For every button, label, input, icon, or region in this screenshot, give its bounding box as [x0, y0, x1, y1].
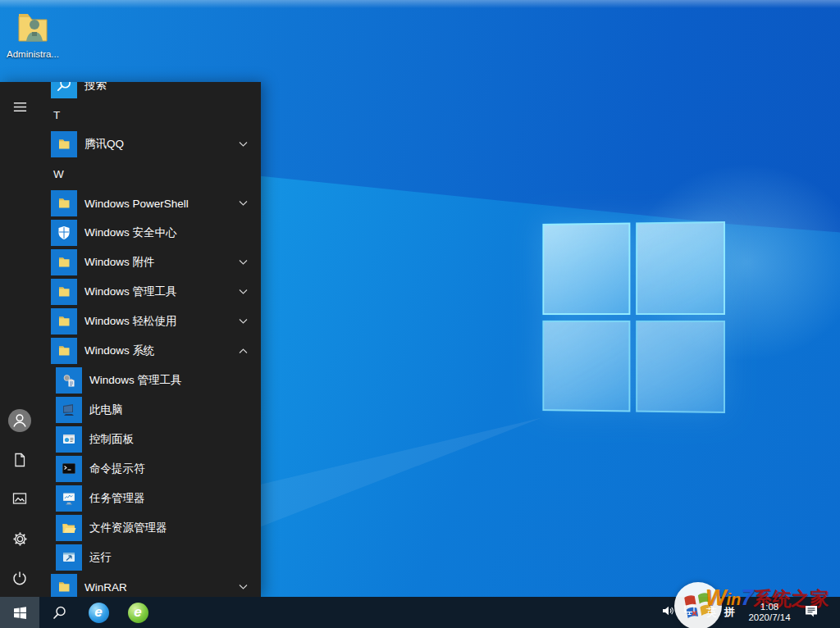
system-tray: 英 拼 1:08 2020/7/14: [660, 602, 840, 623]
hamburger-menu-icon[interactable]: [0, 87, 39, 126]
clock-date: 2020/7/14: [742, 612, 797, 623]
start-menu-item-label: 运行: [89, 550, 112, 565]
desktop-icon-user-folder[interactable]: Administra...: [7, 10, 59, 59]
start-menu-app-list: 搜索T腾讯QQWWindows PowerShellWindows 安全中心Wi…: [39, 82, 261, 597]
start-menu-item[interactable]: Windows PowerShell: [39, 189, 261, 218]
green-browser-icon: e: [128, 603, 148, 623]
taskbar-clock[interactable]: 1:08 2020/7/14: [742, 602, 797, 623]
taskbar-green-browser-button[interactable]: e: [118, 597, 158, 628]
start-menu-item-label: 文件资源管理器: [89, 521, 167, 535]
search-icon: [51, 82, 77, 98]
wallpaper-top-light-strip: [0, 0, 840, 8]
start-menu-left-rail: [0, 82, 39, 597]
clock-time: 1:08: [742, 602, 797, 612]
chevron-down-icon[interactable]: [239, 260, 248, 266]
search-icon: [52, 605, 67, 621]
start-menu-item-label: WinRAR: [84, 581, 127, 594]
logo-pane: [542, 223, 630, 315]
folder-icon: [51, 131, 77, 157]
desktop-icon-label: Administra...: [7, 49, 59, 59]
windows-logo-wallpaper: [542, 221, 725, 413]
user-icon[interactable]: [0, 401, 39, 440]
volume-icon[interactable]: [660, 603, 676, 621]
run-icon: [56, 544, 82, 571]
start-button[interactable]: [0, 597, 39, 628]
start-menu-item-label: 任务管理器: [89, 491, 145, 506]
start-menu-item[interactable]: 控制面板: [39, 425, 261, 454]
start-menu-item[interactable]: Windows 附件: [39, 248, 261, 277]
language-indicator[interactable]: 英: [706, 605, 717, 620]
folder-icon: [51, 338, 77, 364]
start-menu-item[interactable]: 文件资源管理器: [39, 513, 261, 543]
start-menu-item-label: Windows 管理工具: [84, 284, 177, 299]
start-menu-item-label: Windows 安全中心: [84, 225, 177, 240]
chevron-down-icon[interactable]: [239, 142, 248, 148]
start-menu-item-label: 命令提示符: [89, 462, 145, 476]
start-menu-item[interactable]: Windows 系统: [39, 336, 261, 366]
start-menu-item[interactable]: 此电脑: [39, 395, 261, 425]
chevron-down-icon[interactable]: [239, 289, 248, 295]
windows-flag-icon: [13, 606, 27, 620]
logo-pane: [542, 320, 630, 412]
ime-indicator[interactable]: 拼: [724, 605, 735, 620]
start-menu-section-header[interactable]: T: [39, 100, 261, 130]
folder-icon: [51, 279, 77, 305]
chevron-down-icon[interactable]: [239, 585, 248, 590]
taskbar-content: e e 英 拼 1:08 2020/7/14: [0, 597, 840, 628]
control-panel-icon: [56, 426, 82, 453]
pictures-icon[interactable]: [0, 479, 39, 518]
start-menu-item-label: 腾讯QQ: [84, 137, 124, 152]
start-menu-item-label: Windows 管理工具: [89, 373, 182, 388]
action-center-icon[interactable]: [804, 603, 819, 621]
network-disconnected-icon[interactable]: [683, 603, 699, 621]
chevron-up-icon[interactable]: [239, 348, 248, 354]
start-menu-item[interactable]: Windows 安全中心: [39, 218, 261, 248]
file-explorer-icon: [56, 515, 82, 541]
power-icon[interactable]: [0, 558, 39, 597]
this-pc-icon: [56, 397, 82, 423]
start-menu-item-label: Windows PowerShell: [84, 198, 189, 210]
start-menu: 搜索T腾讯QQWWindows PowerShellWindows 安全中心Wi…: [0, 82, 261, 597]
chevron-down-icon[interactable]: [239, 201, 248, 207]
start-menu-item[interactable]: 任务管理器: [39, 484, 261, 513]
logo-pane: [636, 221, 725, 315]
logo-pane: [636, 320, 725, 413]
start-menu-item[interactable]: Windows 管理工具: [39, 366, 261, 395]
start-menu-item-label: 此电脑: [89, 403, 123, 417]
ie-browser-icon: e: [89, 603, 109, 623]
start-menu-item-label: Windows 系统: [84, 344, 155, 358]
admin-tools-icon: [56, 367, 82, 394]
start-menu-item[interactable]: 搜索: [39, 82, 261, 100]
start-menu-item-label: Windows 轻松使用: [84, 314, 177, 329]
taskbar-ie-browser-button[interactable]: e: [79, 597, 118, 628]
start-menu-item-label: 控制面板: [89, 432, 134, 447]
command-prompt-icon: [56, 456, 82, 482]
folder-icon: [51, 249, 77, 275]
task-manager-icon: [56, 485, 82, 512]
start-menu-item-label: 搜索: [84, 82, 107, 93]
start-menu-item[interactable]: 腾讯QQ: [39, 130, 261, 159]
documents-icon[interactable]: [0, 440, 39, 480]
user-folder-icon: [14, 33, 52, 47]
start-menu-item[interactable]: 运行: [39, 543, 261, 572]
start-menu-item[interactable]: WinRAR: [39, 572, 261, 597]
folder-icon: [51, 574, 77, 597]
start-menu-item[interactable]: Windows 轻松使用: [39, 307, 261, 336]
shield-icon: [51, 220, 77, 246]
start-menu-item[interactable]: Windows 管理工具: [39, 277, 261, 307]
folder-icon: [51, 190, 77, 216]
chevron-down-icon[interactable]: [239, 319, 248, 325]
settings-icon[interactable]: [0, 519, 39, 558]
folder-icon: [51, 308, 77, 334]
start-menu-section-header[interactable]: W: [39, 159, 261, 189]
taskbar-search-button[interactable]: [39, 597, 79, 628]
start-menu-item-label: Windows 附件: [84, 255, 155, 270]
start-menu-item[interactable]: 命令提示符: [39, 454, 261, 484]
